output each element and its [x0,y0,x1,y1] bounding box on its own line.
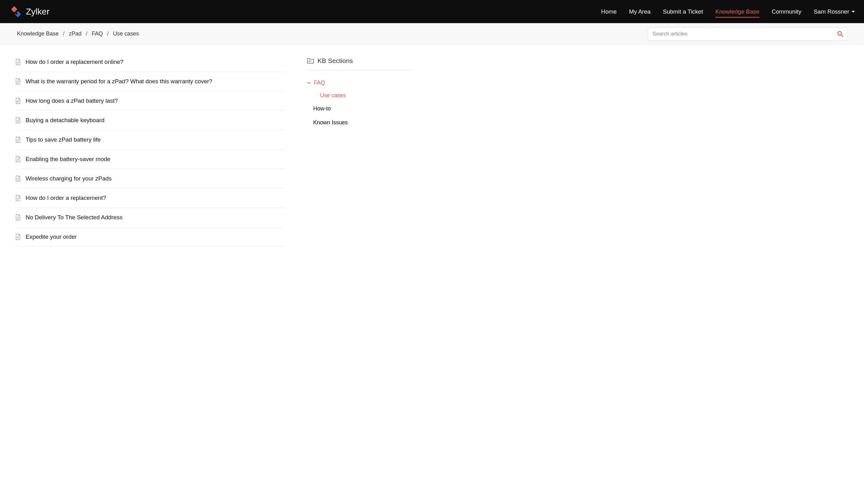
search-container [648,27,847,41]
document-icon [15,137,21,143]
breadcrumb: Knowledge Base / zPad / FAQ / Use cases [17,30,139,37]
article-title: What is the warranty period for a zPad? … [26,78,212,85]
breadcrumb-item[interactable]: Knowledge Base [17,30,59,37]
document-icon [15,234,21,240]
article-title: How do I order a replacement online? [26,59,123,65]
chevron-down-icon [307,81,311,85]
tree-node[interactable]: FAQ [307,76,412,89]
article-item[interactable]: Tips to save zPad battery life [15,130,285,150]
chevron-down-icon [852,11,855,13]
search-input[interactable] [648,27,847,41]
article-item[interactable]: Buying a detachable keyboard [15,111,285,130]
article-title: How long does a zPad battery last? [26,97,118,104]
article-title: Expedite your order [26,233,77,240]
article-title: No Delivery To The Selected Address [26,214,122,221]
tree-node-label: Known Issues [313,119,348,126]
breadcrumb-separator: / [107,30,109,37]
user-name: Sam Rossner [814,8,849,15]
folder-icon [307,58,314,64]
sidebar-header: KB Sections [307,57,412,70]
article-title: Tips to save zPad battery life [26,136,100,143]
article-item[interactable]: Enabling the battery-saver mode [15,150,285,169]
tree-node[interactable]: Use cases [307,89,412,102]
logo-text: Zylker [26,7,49,17]
document-icon [15,117,21,123]
article-item[interactable]: Expedite your order [15,227,285,247]
article-title: How do I order a replacement? [26,195,106,201]
document-icon [15,156,21,162]
article-item[interactable]: How long does a zPad battery last? [15,91,285,111]
article-item[interactable]: No Delivery To The Selected Address [15,208,285,227]
article-item[interactable]: How do I order a replacement online? [15,57,285,72]
sub-header: Knowledge Base / zPad / FAQ / Use cases [0,23,864,45]
nav-submit-ticket[interactable]: Submit a Ticket [663,0,703,23]
document-icon [15,59,21,65]
article-title: Buying a detachable keyboard [26,117,105,124]
breadcrumb-item[interactable]: zPad [69,30,82,37]
document-icon [15,195,21,201]
main-nav: Home My Area Submit a Ticket Knowledge B… [601,0,855,23]
kb-sidebar: KB Sections FAQUse casesHow-toKnown Issu… [307,57,412,247]
sidebar-tree: FAQUse casesHow-toKnown Issues [307,70,412,130]
document-icon [15,98,21,104]
article-list: How do I order a replacement online? Wha… [15,57,285,247]
user-menu[interactable]: Sam Rossner [814,8,855,15]
breadcrumb-item[interactable]: FAQ [92,30,103,37]
article-item[interactable]: How do I order a replacement? [15,188,285,208]
top-header: Zylker Home My Area Submit a Ticket Know… [0,0,864,23]
article-title: Wireless charging for your zPads [26,175,112,182]
nav-knowledge-base[interactable]: Knowledge Base [715,0,759,23]
svg-line-1 [841,35,843,36]
nav-my-area[interactable]: My Area [629,0,651,23]
logo-icon [9,5,23,19]
tree-node-label: How-to [313,106,331,112]
nav-community[interactable]: Community [772,0,801,23]
breadcrumb-separator: / [63,30,64,37]
sidebar-title: KB Sections [317,57,353,64]
tree-node-label: FAQ [314,79,325,86]
search-icon[interactable] [837,31,843,37]
document-icon [15,175,21,182]
article-item[interactable]: Wireless charging for your zPads [15,169,285,188]
document-icon [15,78,21,85]
logo[interactable]: Zylker [9,5,49,19]
breadcrumb-item[interactable]: Use cases [113,30,139,37]
tree-node-label: Use cases [320,92,346,99]
nav-home[interactable]: Home [601,0,617,23]
tree-node[interactable]: Known Issues [307,116,412,130]
main-content: How do I order a replacement online? Wha… [0,45,864,253]
document-icon [15,214,21,221]
article-title: Enabling the battery-saver mode [26,156,110,162]
tree-node[interactable]: How-to [307,102,412,116]
breadcrumb-separator: / [86,30,87,37]
article-item[interactable]: What is the warranty period for a zPad? … [15,72,285,91]
